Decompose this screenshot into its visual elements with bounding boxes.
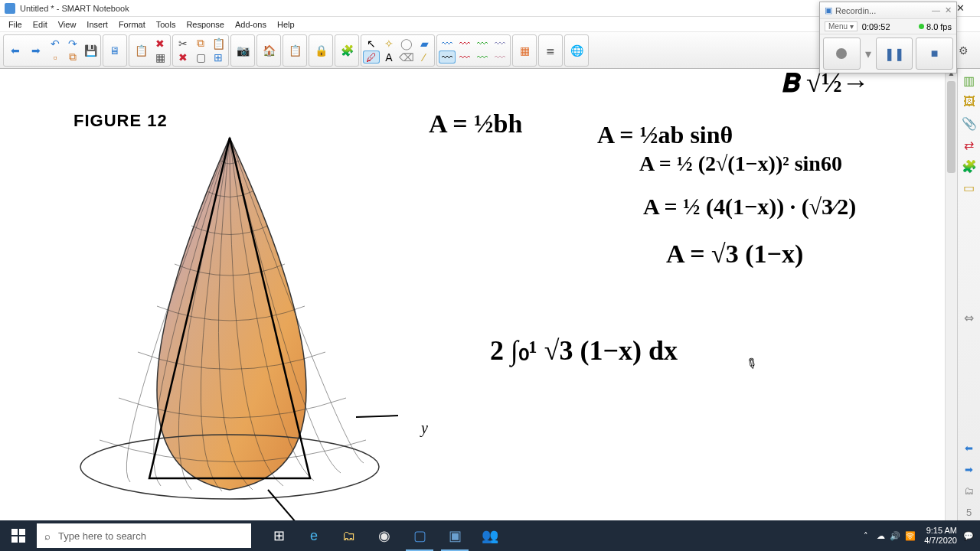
color-picker-icon[interactable]: ▦ [514, 37, 534, 64]
tray-icon-2[interactable]: 🛜 [905, 531, 916, 540]
menu-response[interactable]: Response [181, 18, 230, 31]
notifications-icon[interactable]: 💬 [963, 531, 974, 541]
save-icon[interactable]: 💾 [82, 44, 99, 57]
grid-toggle-icon: ▦ [153, 51, 167, 64]
recorder-minimize-button[interactable]: — [932, 5, 940, 15]
clipboard-icon: 📋 [288, 44, 302, 57]
text-icon[interactable]: A [381, 51, 397, 64]
forward-icon[interactable]: ➡ [26, 37, 46, 64]
eraser-icon[interactable]: ⌫ [398, 51, 415, 64]
screen-icon: 🖥 [108, 44, 122, 57]
scroll-thumb[interactable] [947, 81, 956, 173]
window-title: Untitled * - SMART Notebook [20, 4, 129, 13]
gallery-tab[interactable]: 🖼 [961, 93, 978, 110]
svg-rect-8 [19, 536, 25, 543]
canvas[interactable]: FIGURE 12 [0, 69, 957, 520]
recorder-icon[interactable]: ▣ [438, 520, 472, 551]
pens-icon[interactable]: 🖊 [363, 51, 380, 64]
recorder-close-button[interactable]: ✕ [945, 5, 952, 15]
recorder-stop-button[interactable]: ■ [916, 37, 953, 70]
page-dup-icon[interactable]: ⧉ [64, 51, 81, 64]
table-icon[interactable]: ⊞ [210, 51, 227, 64]
pen-preset-5[interactable]: 〰 [439, 51, 456, 64]
screen-shade-icon[interactable]: 📋 [131, 37, 151, 64]
paste-icon[interactable]: 📋 [210, 37, 227, 50]
chrome-icon[interactable]: ◉ [368, 520, 401, 551]
undo-icon[interactable]: ↶ [47, 37, 64, 50]
clear-icon[interactable]: ▢ [192, 51, 209, 64]
pen-preset-4[interactable]: 〰 [492, 37, 508, 50]
grid-toggle-icon[interactable]: ▦ [152, 51, 168, 64]
page-add-icon[interactable]: ▫ [47, 51, 64, 64]
props-tab[interactable]: ⇄ [961, 136, 978, 153]
pen-preset-7[interactable]: 〰 [474, 51, 491, 64]
prev-page-icon[interactable]: ⬅ [961, 439, 978, 456]
magic-icon[interactable]: ✧ [381, 37, 397, 50]
menu-help[interactable]: Help [272, 18, 300, 31]
search-box[interactable]: ⌕ Type here to search [37, 523, 251, 548]
toolbar-group-lock: 🔒 [309, 34, 333, 67]
tray-chevron-icon[interactable]: ˄ [864, 531, 868, 541]
shape-rec-icon[interactable]: ◯ [398, 37, 415, 50]
pen-preset-3[interactable]: 〰 [474, 37, 491, 50]
svg-rect-5 [11, 529, 18, 535]
page-count[interactable]: 5 [961, 504, 978, 520]
groups-icon[interactable]: 🗂 [961, 482, 978, 499]
puzzle-icon[interactable]: 🧩 [337, 37, 357, 64]
teams-icon[interactable]: 👥 [473, 520, 507, 551]
menu-edit[interactable]: Edit [28, 18, 53, 31]
activity-tab[interactable]: ▭ [961, 179, 978, 196]
edge-icon[interactable]: e [297, 520, 331, 551]
menu-format[interactable]: Format [113, 18, 151, 31]
tray-icon-0[interactable]: ☁ [877, 531, 885, 540]
addons-tab[interactable]: 🧩 [961, 158, 978, 174]
attach-tab[interactable]: 📎 [961, 115, 978, 132]
camera-icon[interactable]: 📷 [233, 37, 253, 64]
start-button[interactable] [0, 520, 37, 551]
page-sorter-tab[interactable]: ▥ [961, 72, 978, 89]
magic-icon: ✧ [382, 37, 396, 50]
align-icon[interactable]: ≣ [541, 37, 560, 64]
pen-preset-8: 〰 [493, 51, 507, 64]
smart-icon[interactable]: ▢ [403, 520, 436, 551]
del-icon[interactable]: ✖ [152, 37, 168, 50]
delete-icon[interactable]: ✖ [175, 51, 191, 64]
color-picker-icon: ▦ [518, 44, 531, 57]
recorder-record-button[interactable] [823, 37, 861, 70]
lock-icon[interactable]: 🔒 [311, 37, 331, 64]
vertical-scrollbar[interactable]: ▲ ▼ [945, 69, 957, 520]
globe-icon[interactable]: 🌐 [567, 37, 586, 64]
clipboard-icon[interactable]: 📋 [285, 37, 305, 64]
next-page-icon[interactable]: ➡ [961, 461, 978, 478]
menu-insert[interactable]: Insert [81, 18, 113, 31]
pointer-icon[interactable]: ↖ [363, 37, 380, 50]
pen-preset-1[interactable]: 〰 [439, 37, 456, 50]
task-view-icon[interactable]: ⊞ [262, 520, 296, 551]
recorder-menu-dropdown[interactable]: Menu ▾ [825, 21, 858, 31]
recorder-pause-button[interactable]: ❚❚ [876, 37, 913, 70]
copy-icon[interactable]: ⧉ [192, 37, 209, 50]
line-icon[interactable]: ∕ [416, 51, 433, 64]
cut-icon[interactable]: ✂ [175, 37, 191, 50]
menu-file[interactable]: File [3, 18, 28, 31]
tray-icon-1[interactable]: 🔊 [890, 531, 900, 540]
pen-preset-6[interactable]: 〰 [456, 51, 473, 64]
home-icon[interactable]: 🏠 [259, 37, 279, 64]
pen-preset-2[interactable]: 〰 [456, 37, 473, 50]
recorder-dropdown-button[interactable]: ▾ [864, 37, 873, 70]
menu-add-ons[interactable]: Add-ons [230, 18, 272, 31]
collapse-icon[interactable]: ⇔ [961, 309, 978, 326]
system-tray[interactable]: ˄ ☁🔊🛜 9:15 AM 4/7/2020 💬 [858, 526, 980, 546]
pen-preset-8[interactable]: 〰 [492, 51, 508, 64]
recorder-window[interactable]: ▣ Recordin... — ✕ Menu ▾ 0:09:52 8.0 fps… [819, 2, 957, 73]
fill-icon[interactable]: ▰ [416, 37, 433, 50]
screen-icon[interactable]: 🖥 [105, 37, 125, 64]
recorder-titlebar[interactable]: ▣ Recordin... — ✕ [820, 2, 956, 19]
forward-icon: ➡ [29, 44, 43, 57]
clock[interactable]: 9:15 AM 4/7/2020 [924, 526, 957, 546]
menu-tools[interactable]: Tools [151, 18, 181, 31]
back-icon[interactable]: ⬅ [5, 37, 25, 64]
explorer-icon[interactable]: 🗂 [332, 520, 366, 551]
redo-icon[interactable]: ↷ [64, 37, 81, 50]
menu-view[interactable]: View [53, 18, 82, 31]
